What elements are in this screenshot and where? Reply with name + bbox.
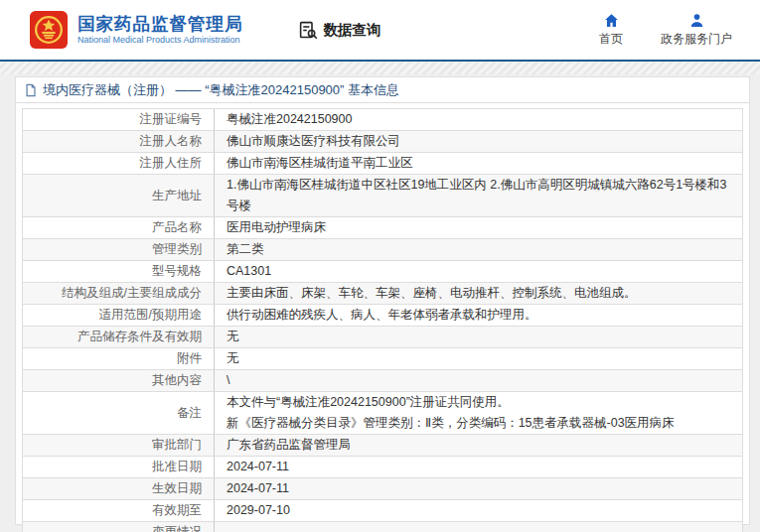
row-label: 注册人住所 — [23, 153, 215, 174]
breadcrumb-text: 境内医疗器械（注册） —— “粤械注准20242150900” 基本信息 — [43, 81, 399, 99]
row-label: 结构及组成/主要组成成分 — [23, 283, 215, 304]
row-value: \ — [215, 370, 742, 391]
row-value: 佛山市顺康达医疗科技有限公司 — [215, 131, 742, 152]
user-icon — [688, 12, 705, 29]
home-icon — [603, 12, 620, 29]
row-label: 变更情况 — [23, 522, 215, 532]
row-value — [215, 522, 742, 532]
table-row: 产品名称医用电动护理病床 — [23, 217, 742, 239]
row-label: 有效期至 — [23, 500, 215, 521]
row-label: 注册人名称 — [23, 131, 215, 152]
row-value: 供行动困难的残疾人、病人、年老体弱者承载和护理用。 — [215, 305, 742, 326]
header-nav: 首页 政务服务门户 — [599, 12, 732, 48]
table-row: 注册证编号粤械注准20242150900 — [23, 109, 742, 131]
nmpa-logo-group: 国家药品监督管理局 National Medical Products Admi… — [30, 11, 243, 49]
row-label: 产品名称 — [23, 217, 215, 238]
row-value: 无 — [215, 327, 742, 347]
agency-name-en: National Medical Products Administration — [77, 34, 243, 46]
row-value: 无 — [215, 348, 742, 369]
row-value: 2024-07-11 — [215, 478, 742, 499]
row-label: 生产地址 — [23, 175, 215, 216]
data-query-link[interactable]: 数据查询 — [298, 20, 381, 41]
row-label: 备注 — [23, 392, 215, 434]
data-query-label: 数据查询 — [324, 21, 381, 40]
table-row: 注册人住所佛山市南海区桂城街道平南工业区 — [23, 153, 742, 175]
nav-gov-portal-label: 政务服务门户 — [661, 31, 732, 48]
row-value: 1.佛山市南海区桂城街道中区社区19地工业区内 2.佛山市高明区明城镇城六路62… — [215, 175, 742, 216]
table-row: 变更情况 — [23, 522, 742, 532]
row-label: 附件 — [23, 348, 215, 369]
table-row: 结构及组成/主要组成成分主要由床面、床架、车轮、车架、座椅、电动推杆、控制系统、… — [23, 283, 742, 305]
table-row: 注册人名称佛山市顺康达医疗科技有限公司 — [23, 131, 742, 153]
row-label: 注册证编号 — [23, 109, 215, 130]
national-emblem-icon — [30, 11, 68, 49]
document-search-icon — [298, 20, 319, 41]
row-value: CA1301 — [215, 261, 742, 282]
content-panel: 境内医疗器械（注册） —— “粤械注准20242150900” 基本信息 注册证… — [15, 76, 750, 525]
row-value: 第二类 — [215, 239, 742, 260]
breadcrumb: 境内医疗器械（注册） —— “粤械注准20242150900” 基本信息 — [16, 77, 749, 103]
row-label: 型号规格 — [23, 261, 215, 282]
agency-titles: 国家药品监督管理局 National Medical Products Admi… — [77, 14, 243, 46]
document-icon — [24, 83, 38, 97]
nav-home[interactable]: 首页 — [599, 12, 623, 48]
row-label: 生效日期 — [23, 478, 215, 499]
table-row: 生产地址1.佛山市南海区桂城街道中区社区19地工业区内 2.佛山市高明区明城镇城… — [23, 175, 742, 217]
row-value: 粤械注准20242150900 — [215, 109, 742, 130]
row-label: 适用范围/预期用途 — [23, 305, 215, 326]
row-value: 医用电动护理病床 — [215, 217, 742, 238]
row-value: 2029-07-10 — [215, 500, 742, 521]
nav-home-label: 首页 — [599, 31, 623, 48]
row-label: 产品储存条件及有效期 — [23, 327, 215, 347]
table-row: 型号规格CA1301 — [23, 261, 742, 283]
row-value: 佛山市南海区桂城街道平南工业区 — [215, 153, 742, 174]
row-value: 2024-07-11 — [215, 457, 742, 477]
row-value: 广东省药品监督管理局 — [215, 435, 742, 456]
nav-gov-portal[interactable]: 政务服务门户 — [661, 12, 732, 48]
row-value: 主要由床面、床架、车轮、车架、座椅、电动推杆、控制系统、电池组成。 — [215, 283, 742, 304]
table-row: 审批部门广东省药品监督管理局 — [23, 435, 742, 457]
table-row: 备注本文件与“粤械注准20242150900”注册证共同使用。 新《医疗器械分类… — [23, 392, 742, 435]
table-row: 管理类别第二类 — [23, 239, 742, 261]
table-row: 有效期至2029-07-10 — [23, 500, 742, 522]
agency-name-cn: 国家药品监督管理局 — [77, 14, 243, 34]
row-label: 管理类别 — [23, 239, 215, 260]
table-row: 适用范围/预期用途供行动困难的残疾人、病人、年老体弱者承载和护理用。 — [23, 305, 742, 327]
table-row: 批准日期2024-07-11 — [23, 457, 742, 478]
table-row: 其他内容\ — [23, 370, 742, 392]
table-row: 产品储存条件及有效期无 — [23, 327, 742, 348]
table-row: 生效日期2024-07-11 — [23, 478, 742, 500]
row-value: 本文件与“粤械注准20242150900”注册证共同使用。 新《医疗器械分类目录… — [215, 392, 742, 434]
site-header: 国家药品监督管理局 National Medical Products Admi… — [0, 0, 760, 62]
row-label: 审批部门 — [23, 435, 215, 456]
info-table: 注册证编号粤械注准20242150900注册人名称佛山市顺康达医疗科技有限公司注… — [22, 108, 743, 532]
table-row: 附件无 — [23, 348, 742, 370]
decorative-stripe — [0, 62, 760, 74]
row-label: 批准日期 — [23, 457, 215, 477]
row-label: 其他内容 — [23, 370, 215, 391]
